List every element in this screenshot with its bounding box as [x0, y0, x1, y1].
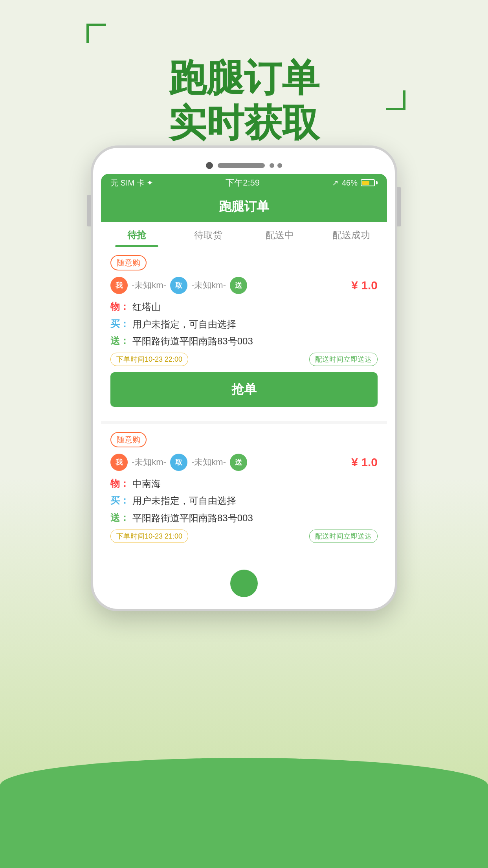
pin-qu-2: 取 [170, 454, 187, 471]
address-value-2: 平阳路街道平阳南路83号003 [132, 511, 253, 525]
tab-pending-grab[interactable]: 待抢 [101, 222, 172, 247]
phone-screen: 无 SIM 卡 ✦ 下午2:59 ↗ 46% 跑腿订单 [101, 174, 387, 601]
distance1-1: -未知km- [128, 280, 170, 291]
pin-me-1: 我 [110, 277, 128, 294]
buyer-value-1: 用户未指定，可自由选择 [132, 318, 236, 331]
main-title: 跑腿订单 实时获取 [0, 24, 488, 145]
goods-value-2: 中南海 [132, 477, 161, 491]
green-wave-decoration [0, 758, 488, 868]
order-badge-1: 随意购 [110, 255, 147, 270]
status-bar-time: 下午2:59 [226, 177, 260, 189]
delivery-time-tag-2: 配送时间立即送达 [309, 530, 378, 543]
app-header: 跑腿订单 [101, 192, 387, 222]
phone-camera-dot [206, 162, 213, 169]
order-price-2: ¥ 1.0 [351, 456, 378, 469]
pin-qu-1: 取 [170, 277, 187, 294]
buyer-label-1: 买： [110, 318, 129, 330]
order-badge-2: 随意购 [110, 432, 147, 447]
status-bar: 无 SIM 卡 ✦ 下午2:59 ↗ 46% [101, 174, 387, 192]
phone-sensor-dot-2 [277, 163, 282, 168]
order-price-1: ¥ 1.0 [351, 279, 378, 292]
address-label-1: 送： [110, 335, 129, 347]
battery-tip [376, 181, 378, 184]
goods-label-2: 物： [110, 477, 129, 490]
tab-pending-pickup[interactable]: 待取货 [172, 222, 244, 247]
tab-bar[interactable]: 待抢 待取货 配送中 配送成功 [101, 222, 387, 247]
header-section: 跑腿订单 实时获取 [0, 24, 488, 145]
goods-label-1: 物： [110, 300, 129, 313]
goods-value-1: 红塔山 [132, 300, 161, 314]
phone-home-button[interactable] [230, 570, 258, 597]
battery-body [361, 179, 375, 186]
goods-row-2: 物： 中南海 [110, 477, 378, 491]
phone-sensors [270, 163, 282, 168]
buyer-value-2: 用户未指定，可自由选择 [132, 494, 236, 508]
phone-home-area [101, 563, 387, 601]
distance2-1: -未知km- [187, 280, 230, 291]
phone-side-button-right [397, 187, 401, 226]
phone-speaker [218, 163, 265, 168]
pin-song-2: 送 [230, 454, 247, 471]
tags-row-1: 下单时间10-23 22:00 配送时间立即送达 [110, 353, 378, 366]
buyer-row-2: 买： 用户未指定，可自由选择 [110, 494, 378, 508]
address-value-1: 平阳路街道平阳南路83号003 [132, 335, 253, 348]
pin-me-2: 我 [110, 454, 128, 471]
address-row-2: 送： 平阳路街道平阳南路83号003 [110, 511, 378, 525]
sim-text: 无 SIM 卡 ✦ [110, 178, 153, 188]
pin-song-1: 送 [230, 277, 247, 294]
battery-fill [362, 181, 369, 185]
order-card-2: 随意购 我 -未知km- 取 -未知km- 送 ¥ 1.0 [101, 421, 387, 557]
order-time-tag-1: 下单时间10-23 22:00 [110, 353, 188, 366]
address-label-2: 送： [110, 511, 129, 524]
goods-row-1: 物： 红塔山 [110, 300, 378, 314]
battery-percentage: 46% [342, 178, 358, 188]
phone-sensor-dot-1 [270, 163, 274, 168]
phone-side-button-left [87, 195, 91, 226]
phone-outer-shell: 无 SIM 卡 ✦ 下午2:59 ↗ 46% 跑腿订单 [91, 145, 397, 611]
buyer-label-2: 买： [110, 494, 129, 507]
address-row-1: 送： 平阳路街道平阳南路83号003 [110, 335, 378, 348]
grab-button-1[interactable]: 抢单 [110, 372, 378, 407]
delivery-time-tag-1: 配送时间立即送达 [309, 353, 378, 366]
route-info-1: 我 -未知km- 取 -未知km- 送 ¥ 1.0 [110, 277, 378, 294]
status-bar-left: 无 SIM 卡 ✦ [110, 178, 153, 188]
buyer-row-1: 买： 用户未指定，可自由选择 [110, 318, 378, 331]
order-card-1: 随意购 我 -未知km- 取 -未知km- 送 ¥ 1.0 [101, 247, 387, 415]
phone-mockup: 无 SIM 卡 ✦ 下午2:59 ↗ 46% 跑腿订单 [91, 145, 397, 611]
phone-notch-area [101, 156, 387, 174]
distance2-2: -未知km- [187, 456, 230, 468]
location-icon: ↗ [332, 178, 339, 188]
battery-icon [361, 179, 378, 186]
status-bar-right: ↗ 46% [332, 178, 378, 188]
route-info-2: 我 -未知km- 取 -未知km- 送 ¥ 1.0 [110, 454, 378, 471]
tab-delivering[interactable]: 配送中 [244, 222, 316, 247]
tab-delivered[interactable]: 配送成功 [316, 222, 387, 247]
tags-row-2: 下单时间10-23 21:00 配送时间立即送达 [110, 530, 378, 543]
distance1-2: -未知km- [128, 456, 170, 468]
order-time-tag-2: 下单时间10-23 21:00 [110, 530, 188, 543]
